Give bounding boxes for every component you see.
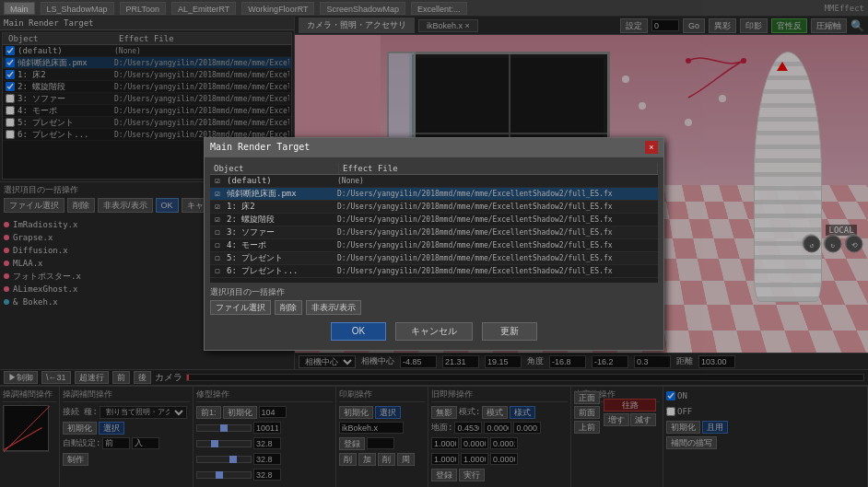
- modal-edit-button[interactable]: 更新: [482, 322, 537, 341]
- modal-button-row: OK キャンセル 更新: [210, 319, 658, 344]
- modal-name-6: 5: プレゼント: [225, 252, 335, 264]
- modal-check-5: ☐: [210, 240, 225, 249]
- modal-check-1: ☑: [210, 189, 225, 198]
- modal-effect-0: (None): [335, 177, 658, 185]
- modal-check-3: ☑: [210, 215, 225, 224]
- modal-toggle-vis-btn[interactable]: 非表示/表示: [306, 300, 361, 315]
- modal-dialog: Main Render Target × Object Effect File …: [204, 137, 664, 351]
- modal-name-0: (default): [225, 176, 335, 185]
- modal-table-header: Object Effect File: [210, 163, 658, 175]
- modal-close-button[interactable]: ×: [645, 141, 658, 154]
- modal-effect-2: D:/Users/yangyilin/2018mmd/mme/mme/Excel…: [335, 203, 658, 211]
- modal-check-4: ☐: [210, 227, 225, 237]
- modal-col-object: Object: [210, 163, 339, 174]
- modal-effect-3: D:/Users/yangyilin/2018mmd/mme/mme/Excel…: [335, 215, 658, 224]
- modal-title: Main Render Target: [210, 142, 310, 152]
- modal-table-row[interactable]: ☑ 2: 螺旋階段 D:/Users/yangyilin/2018mmd/mme…: [210, 214, 658, 226]
- modal-table-row[interactable]: ☑ (default) (None): [210, 175, 658, 188]
- modal-table-row[interactable]: ☑ 1: 床2 D:/Users/yangyilin/2018mmd/mme/m…: [210, 201, 658, 214]
- modal-table-row[interactable]: ☐ 5: プレゼント D:/Users/yangyilin/2018mmd/mm…: [210, 252, 658, 265]
- modal-ops-label: 選択項目の一括操作: [210, 286, 658, 298]
- modal-table-row[interactable]: ☐ 6: プレゼント... D:/Users/yangyilin/2018mmd…: [210, 265, 658, 278]
- modal-name-4: 3: ソファー: [225, 226, 335, 238]
- modal-table-row[interactable]: ☐ 4: モーポ D:/Users/yangyilin/2018mmd/mme/…: [210, 239, 658, 252]
- modal-effect-6: D:/Users/yangyilin/2018mmd/mme/mme/Excel…: [335, 254, 658, 262]
- modal-ops-row: ファイル選択 削除 非表示/表示: [210, 300, 658, 315]
- modal-effect-7: D:/Users/yangyilin/2018mmd/mme/mme/Excel…: [335, 267, 658, 275]
- modal-body: Object Effect File ☑ (default) (None) ☑ …: [205, 157, 663, 350]
- modal-overlay[interactable]: Main Render Target × Object Effect File …: [0, 0, 868, 487]
- modal-col-effect: Effect File: [339, 163, 658, 174]
- modal-cancel-button[interactable]: キャンセル: [395, 322, 473, 341]
- modal-delete-btn[interactable]: 削除: [275, 300, 302, 315]
- modal-table-row[interactable]: ☑ 傾斜断絶床面.pmx D:/Users/yangyilin/2018mmd/…: [210, 188, 658, 201]
- modal-check-6: ☐: [210, 253, 225, 262]
- modal-name-5: 4: モーポ: [225, 239, 335, 251]
- modal-table: Object Effect File ☑ (default) (None) ☑ …: [210, 163, 658, 283]
- modal-table-row[interactable]: ☐ 3: ソファー D:/Users/yangyilin/2018mmd/mme…: [210, 226, 658, 239]
- modal-check-7: ☐: [210, 266, 225, 275]
- modal-effect-1: D:/Users/yangyilin/2018mmd/mme/mme/Excel…: [335, 190, 658, 198]
- modal-name-3: 2: 螺旋階段: [225, 214, 335, 226]
- modal-ok-button[interactable]: OK: [331, 322, 386, 341]
- modal-name-2: 1: 床2: [225, 201, 335, 213]
- modal-check-2: ☑: [210, 202, 225, 211]
- modal-title-bar: Main Render Target ×: [205, 138, 663, 157]
- modal-name-1: 傾斜断絶床面.pmx: [225, 188, 335, 200]
- modal-check-0: ☑: [210, 176, 225, 185]
- modal-effect-5: D:/Users/yangyilin/2018mmd/mme/mme/Excel…: [335, 241, 658, 249]
- modal-name-7: 6: プレゼント...: [225, 265, 335, 277]
- modal-effect-4: D:/Users/yangyilin/2018mmd/mme/mme/Excel…: [335, 228, 658, 237]
- modal-file-select-btn[interactable]: ファイル選択: [210, 300, 271, 315]
